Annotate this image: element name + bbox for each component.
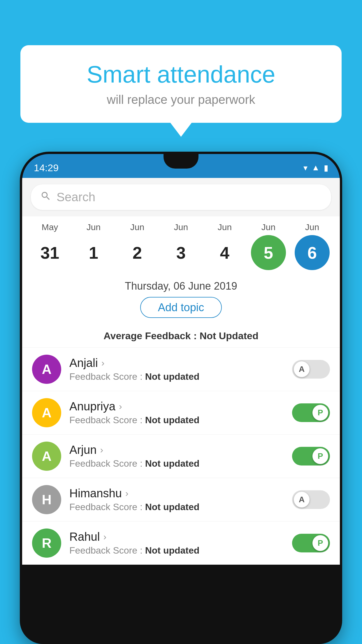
cal-month: Jun bbox=[174, 222, 188, 232]
avg-feedback-label: Average Feedback : bbox=[103, 330, 199, 341]
toggle-thumb: A bbox=[294, 492, 310, 508]
calendar-day-2[interactable]: Jun2 bbox=[120, 222, 155, 270]
student-info: Anjali ›Feedback Score : Not updated bbox=[69, 356, 284, 382]
calendar-day-31[interactable]: May31 bbox=[32, 222, 67, 270]
cal-date: 31 bbox=[32, 235, 67, 270]
calendar-day-3[interactable]: Jun3 bbox=[164, 222, 198, 270]
toggle-thumb: P bbox=[312, 448, 328, 464]
speech-bubble: Smart attendance will replace your paper… bbox=[20, 45, 342, 123]
student-name[interactable]: Arjun › bbox=[69, 443, 284, 456]
signal-icon: ▲ bbox=[312, 163, 320, 172]
calendar-day-4[interactable]: Jun4 bbox=[207, 222, 242, 270]
avatar: A bbox=[32, 398, 61, 427]
search-placeholder: Search bbox=[57, 190, 95, 204]
cal-month: Jun bbox=[305, 222, 319, 232]
cal-date: 4 bbox=[207, 235, 242, 270]
student-score: Feedback Score : Not updated bbox=[69, 458, 284, 469]
search-container: Search bbox=[22, 178, 340, 216]
student-name[interactable]: Himanshu › bbox=[69, 487, 284, 500]
toggle-container[interactable]: A bbox=[292, 490, 330, 509]
toggle-container[interactable]: P bbox=[292, 534, 330, 552]
cal-month: Jun bbox=[130, 222, 144, 232]
toggle-container[interactable]: P bbox=[292, 447, 330, 466]
status-icons: ▾ ▲ ▮ bbox=[303, 160, 328, 173]
student-list: AAnjali ›Feedback Score : Not updatedAAA… bbox=[22, 347, 340, 565]
student-item: HHimanshu ›Feedback Score : Not updatedA bbox=[22, 478, 340, 521]
toggle-container[interactable]: A bbox=[292, 360, 330, 379]
avatar: A bbox=[32, 442, 61, 471]
avatar: H bbox=[32, 485, 61, 514]
cal-month: Jun bbox=[87, 222, 101, 232]
student-item: RRahul ›Feedback Score : Not updatedP bbox=[22, 521, 340, 565]
search-icon bbox=[40, 190, 51, 204]
student-name[interactable]: Anjali › bbox=[69, 356, 284, 370]
chevron-icon: › bbox=[101, 358, 105, 368]
bubble-subtitle: will replace your paperwork bbox=[38, 93, 324, 107]
toggle-container[interactable]: P bbox=[292, 403, 330, 422]
student-score: Feedback Score : Not updated bbox=[69, 415, 284, 426]
battery-icon: ▮ bbox=[324, 163, 328, 173]
cal-date: 6 bbox=[295, 235, 330, 270]
calendar-day-1[interactable]: Jun1 bbox=[76, 222, 111, 270]
student-item: AAnupriya ›Feedback Score : Not updatedP bbox=[22, 391, 340, 434]
chevron-icon: › bbox=[119, 401, 122, 412]
phone-screen: Search May31Jun1Jun2Jun3Jun4Jun5Jun6 Thu… bbox=[22, 178, 340, 642]
speech-bubble-container: Smart attendance will replace your paper… bbox=[20, 45, 342, 123]
student-info: Himanshu ›Feedback Score : Not updated bbox=[69, 487, 284, 512]
cal-date: 1 bbox=[76, 235, 111, 270]
calendar-day-5[interactable]: Jun5 bbox=[251, 222, 286, 270]
phone-frame: 14:29 ▾ ▲ ▮ × Attendance bbox=[20, 152, 342, 644]
cal-month: May bbox=[42, 222, 58, 232]
notch bbox=[164, 154, 198, 169]
cal-month: Jun bbox=[218, 222, 232, 232]
chevron-icon: › bbox=[103, 531, 107, 542]
status-time: 14:29 bbox=[34, 159, 59, 174]
cal-month: Jun bbox=[261, 222, 275, 232]
student-score: Feedback Score : Not updated bbox=[69, 502, 284, 512]
student-name[interactable]: Rahul › bbox=[69, 530, 284, 543]
cal-date: 3 bbox=[164, 235, 198, 270]
selected-date-label: Thursday, 06 June 2019 bbox=[22, 273, 340, 297]
chevron-icon: › bbox=[125, 488, 129, 499]
student-name[interactable]: Anupriya › bbox=[69, 400, 284, 413]
add-topic-button[interactable]: Add topic bbox=[140, 297, 222, 318]
cal-date: 2 bbox=[120, 235, 155, 270]
calendar-strip: May31Jun1Jun2Jun3Jun4Jun5Jun6 bbox=[22, 216, 340, 273]
toggle-thumb: P bbox=[312, 535, 328, 551]
calendar-day-6[interactable]: Jun6 bbox=[295, 222, 330, 270]
student-score: Feedback Score : Not updated bbox=[69, 545, 284, 556]
attendance-toggle[interactable]: A bbox=[292, 490, 330, 509]
average-feedback: Average Feedback : Not Updated bbox=[22, 330, 340, 347]
avatar: A bbox=[32, 355, 61, 384]
chevron-icon: › bbox=[100, 444, 103, 455]
student-info: Anupriya ›Feedback Score : Not updated bbox=[69, 400, 284, 426]
student-item: AArjun ›Feedback Score : Not updatedP bbox=[22, 434, 340, 478]
avatar: R bbox=[32, 528, 61, 558]
student-score: Feedback Score : Not updated bbox=[69, 371, 284, 382]
attendance-toggle[interactable]: P bbox=[292, 447, 330, 466]
search-bar[interactable]: Search bbox=[31, 184, 331, 210]
student-item: AAnjali ›Feedback Score : Not updatedA bbox=[22, 347, 340, 391]
phone-inner: 14:29 ▾ ▲ ▮ × Attendance bbox=[22, 154, 340, 642]
toggle-thumb: P bbox=[312, 405, 328, 421]
attendance-toggle[interactable]: P bbox=[292, 403, 330, 422]
cal-date: 5 bbox=[251, 235, 286, 270]
student-info: Arjun ›Feedback Score : Not updated bbox=[69, 443, 284, 469]
avg-feedback-value: Not Updated bbox=[200, 330, 259, 341]
attendance-toggle[interactable]: A bbox=[292, 360, 330, 379]
student-info: Rahul ›Feedback Score : Not updated bbox=[69, 530, 284, 556]
bubble-title: Smart attendance bbox=[38, 61, 324, 88]
toggle-thumb: A bbox=[294, 361, 310, 377]
wifi-icon: ▾ bbox=[303, 163, 307, 173]
attendance-toggle[interactable]: P bbox=[292, 534, 330, 552]
